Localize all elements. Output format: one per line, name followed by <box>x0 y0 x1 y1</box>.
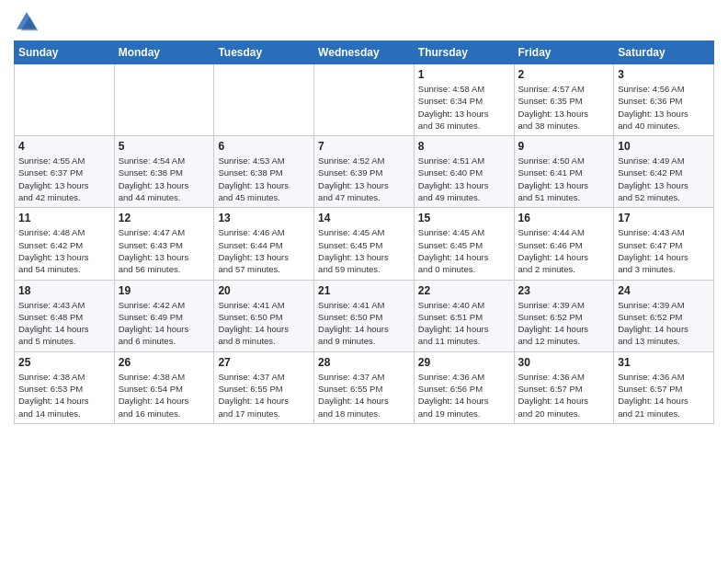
day-number: 20 <box>218 284 310 297</box>
day-info: Sunrise: 4:43 AM Sunset: 6:48 PM Dayligh… <box>18 299 110 348</box>
day-number: 16 <box>518 212 610 224</box>
day-number: 26 <box>119 356 210 369</box>
weekday-header-tuesday: Tuesday <box>214 41 314 64</box>
calendar-cell: 9Sunrise: 4:50 AM Sunset: 6:41 PM Daylig… <box>514 136 614 208</box>
calendar-cell <box>114 64 214 136</box>
weekday-header-monday: Monday <box>114 41 214 64</box>
day-info: Sunrise: 4:42 AM Sunset: 6:49 PM Dayligh… <box>119 299 210 348</box>
calendar-cell: 22Sunrise: 4:40 AM Sunset: 6:51 PM Dayli… <box>414 280 514 351</box>
day-info: Sunrise: 4:58 AM Sunset: 6:34 PM Dayligh… <box>418 83 510 132</box>
calendar-cell: 6Sunrise: 4:53 AM Sunset: 6:38 PM Daylig… <box>214 136 314 208</box>
week-row-1: 1Sunrise: 4:58 AM Sunset: 6:34 PM Daylig… <box>15 64 714 136</box>
calendar-cell: 15Sunrise: 4:45 AM Sunset: 6:45 PM Dayli… <box>414 208 514 280</box>
calendar-cell: 18Sunrise: 4:43 AM Sunset: 6:48 PM Dayli… <box>15 280 115 351</box>
day-number: 13 <box>218 212 310 224</box>
day-number: 7 <box>318 140 410 153</box>
day-number: 23 <box>518 284 610 297</box>
day-info: Sunrise: 4:55 AM Sunset: 6:37 PM Dayligh… <box>18 155 110 203</box>
day-info: Sunrise: 4:51 AM Sunset: 6:40 PM Dayligh… <box>418 155 510 203</box>
day-info: Sunrise: 4:56 AM Sunset: 6:36 PM Dayligh… <box>618 83 710 132</box>
calendar-table: SundayMondayTuesdayWednesdayThursdayFrid… <box>14 40 714 424</box>
calendar-cell: 28Sunrise: 4:37 AM Sunset: 6:55 PM Dayli… <box>314 351 415 423</box>
week-row-5: 25Sunrise: 4:38 AM Sunset: 6:53 PM Dayli… <box>15 351 714 423</box>
calendar-cell <box>15 64 115 136</box>
page-header <box>14 9 714 35</box>
day-info: Sunrise: 4:53 AM Sunset: 6:38 PM Dayligh… <box>218 155 310 203</box>
weekday-header-row: SundayMondayTuesdayWednesdayThursdayFrid… <box>15 41 714 64</box>
day-info: Sunrise: 4:50 AM Sunset: 6:41 PM Dayligh… <box>518 155 610 203</box>
day-number: 14 <box>318 212 410 224</box>
day-info: Sunrise: 4:37 AM Sunset: 6:55 PM Dayligh… <box>218 371 310 419</box>
day-number: 4 <box>18 140 110 153</box>
calendar-cell: 29Sunrise: 4:36 AM Sunset: 6:56 PM Dayli… <box>414 351 514 423</box>
day-info: Sunrise: 4:39 AM Sunset: 6:52 PM Dayligh… <box>518 299 610 348</box>
calendar-cell: 30Sunrise: 4:36 AM Sunset: 6:57 PM Dayli… <box>514 351 614 423</box>
calendar-cell: 24Sunrise: 4:39 AM Sunset: 6:52 PM Dayli… <box>614 280 714 351</box>
day-info: Sunrise: 4:47 AM Sunset: 6:43 PM Dayligh… <box>119 226 210 275</box>
calendar-cell: 12Sunrise: 4:47 AM Sunset: 6:43 PM Dayli… <box>114 208 214 280</box>
calendar-cell: 7Sunrise: 4:52 AM Sunset: 6:39 PM Daylig… <box>314 136 415 208</box>
calendar-cell: 4Sunrise: 4:55 AM Sunset: 6:37 PM Daylig… <box>15 136 115 208</box>
calendar-cell <box>214 64 314 136</box>
day-number: 2 <box>518 68 610 81</box>
calendar-cell: 20Sunrise: 4:41 AM Sunset: 6:50 PM Dayli… <box>214 280 314 351</box>
day-info: Sunrise: 4:37 AM Sunset: 6:55 PM Dayligh… <box>318 371 410 419</box>
day-number: 3 <box>618 68 710 81</box>
weekday-header-thursday: Thursday <box>414 41 514 64</box>
day-number: 31 <box>618 356 710 369</box>
day-info: Sunrise: 4:41 AM Sunset: 6:50 PM Dayligh… <box>218 299 310 348</box>
calendar-cell: 14Sunrise: 4:45 AM Sunset: 6:45 PM Dayli… <box>314 208 415 280</box>
weekday-header-wednesday: Wednesday <box>314 41 415 64</box>
day-info: Sunrise: 4:54 AM Sunset: 6:38 PM Dayligh… <box>119 155 210 203</box>
day-number: 24 <box>618 284 710 297</box>
day-info: Sunrise: 4:46 AM Sunset: 6:44 PM Dayligh… <box>218 226 310 275</box>
day-info: Sunrise: 4:52 AM Sunset: 6:39 PM Dayligh… <box>318 155 410 203</box>
day-info: Sunrise: 4:57 AM Sunset: 6:35 PM Dayligh… <box>518 83 610 132</box>
day-number: 30 <box>518 356 610 369</box>
day-number: 1 <box>418 68 510 81</box>
calendar-cell: 5Sunrise: 4:54 AM Sunset: 6:38 PM Daylig… <box>114 136 214 208</box>
day-number: 15 <box>418 212 510 224</box>
day-info: Sunrise: 4:36 AM Sunset: 6:56 PM Dayligh… <box>418 371 510 419</box>
day-number: 6 <box>218 140 310 153</box>
day-info: Sunrise: 4:41 AM Sunset: 6:50 PM Dayligh… <box>318 299 410 348</box>
day-number: 22 <box>418 284 510 297</box>
day-number: 5 <box>119 140 210 153</box>
calendar-cell: 21Sunrise: 4:41 AM Sunset: 6:50 PM Dayli… <box>314 280 415 351</box>
calendar-cell: 23Sunrise: 4:39 AM Sunset: 6:52 PM Dayli… <box>514 280 614 351</box>
day-number: 27 <box>218 356 310 369</box>
calendar-cell: 2Sunrise: 4:57 AM Sunset: 6:35 PM Daylig… <box>514 64 614 136</box>
day-info: Sunrise: 4:43 AM Sunset: 6:47 PM Dayligh… <box>618 226 710 275</box>
calendar-cell: 26Sunrise: 4:38 AM Sunset: 6:54 PM Dayli… <box>114 351 214 423</box>
day-number: 21 <box>318 284 410 297</box>
weekday-header-sunday: Sunday <box>15 41 115 64</box>
day-info: Sunrise: 4:45 AM Sunset: 6:45 PM Dayligh… <box>318 226 410 275</box>
day-info: Sunrise: 4:48 AM Sunset: 6:42 PM Dayligh… <box>18 226 110 275</box>
day-number: 25 <box>18 356 110 369</box>
calendar-cell <box>314 64 415 136</box>
day-number: 11 <box>18 212 110 224</box>
logo-icon <box>14 9 40 35</box>
calendar-cell: 10Sunrise: 4:49 AM Sunset: 6:42 PM Dayli… <box>614 136 714 208</box>
calendar-cell: 25Sunrise: 4:38 AM Sunset: 6:53 PM Dayli… <box>15 351 115 423</box>
calendar-cell: 11Sunrise: 4:48 AM Sunset: 6:42 PM Dayli… <box>15 208 115 280</box>
calendar-cell: 19Sunrise: 4:42 AM Sunset: 6:49 PM Dayli… <box>114 280 214 351</box>
day-info: Sunrise: 4:40 AM Sunset: 6:51 PM Dayligh… <box>418 299 510 348</box>
day-info: Sunrise: 4:45 AM Sunset: 6:45 PM Dayligh… <box>418 226 510 275</box>
day-number: 18 <box>18 284 110 297</box>
day-info: Sunrise: 4:36 AM Sunset: 6:57 PM Dayligh… <box>618 371 710 419</box>
day-info: Sunrise: 4:38 AM Sunset: 6:54 PM Dayligh… <box>119 371 210 419</box>
week-row-3: 11Sunrise: 4:48 AM Sunset: 6:42 PM Dayli… <box>15 208 714 280</box>
day-number: 8 <box>418 140 510 153</box>
day-number: 9 <box>518 140 610 153</box>
week-row-2: 4Sunrise: 4:55 AM Sunset: 6:37 PM Daylig… <box>15 136 714 208</box>
day-info: Sunrise: 4:36 AM Sunset: 6:57 PM Dayligh… <box>518 371 610 419</box>
day-info: Sunrise: 4:49 AM Sunset: 6:42 PM Dayligh… <box>618 155 710 203</box>
calendar-cell: 13Sunrise: 4:46 AM Sunset: 6:44 PM Dayli… <box>214 208 314 280</box>
day-number: 28 <box>318 356 410 369</box>
calendar-cell: 1Sunrise: 4:58 AM Sunset: 6:34 PM Daylig… <box>414 64 514 136</box>
day-info: Sunrise: 4:44 AM Sunset: 6:46 PM Dayligh… <box>518 226 610 275</box>
day-number: 10 <box>618 140 710 153</box>
calendar-cell: 16Sunrise: 4:44 AM Sunset: 6:46 PM Dayli… <box>514 208 614 280</box>
day-number: 17 <box>618 212 710 224</box>
